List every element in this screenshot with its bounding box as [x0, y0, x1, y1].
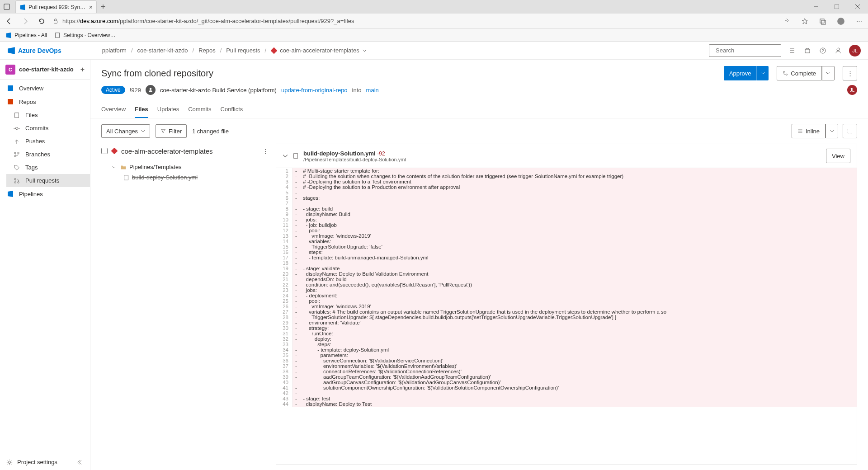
list-icon[interactable] [788, 46, 797, 55]
svg-rect-40 [124, 175, 128, 180]
nav-label: Repos [19, 99, 36, 105]
inline-toggle[interactable]: Inline [792, 124, 838, 138]
code-line: 10- jobs: [276, 217, 857, 222]
maximize-button[interactable] [826, 0, 847, 14]
help-icon[interactable]: ? [818, 46, 827, 55]
all-changes-dropdown[interactable]: All Changes [101, 124, 150, 138]
tab-overview[interactable]: Overview [101, 101, 126, 118]
tab-close-button[interactable]: × [89, 4, 93, 11]
svg-point-32 [8, 461, 10, 463]
project-settings-link[interactable]: Project settings [17, 459, 57, 465]
nav-tags[interactable]: Tags [6, 161, 90, 174]
diff-code[interactable]: 1- # Multi-stage starter template for:2-… [276, 168, 857, 464]
commit-icon [13, 125, 21, 132]
select-all-checkbox[interactable] [101, 148, 108, 154]
svg-point-33 [783, 71, 785, 73]
tree-file-name: build-deploy-Solution.yml [132, 174, 198, 181]
user-avatar[interactable]: JL [849, 45, 861, 56]
svg-point-8 [837, 18, 844, 25]
source-branch-link[interactable]: update-from-original-repo [281, 87, 348, 94]
code-line: 29- environment: 'Validate' [276, 320, 857, 325]
forward-button[interactable] [20, 16, 31, 27]
filter-button[interactable]: Filter [156, 124, 187, 138]
nav-overview[interactable]: Overview [0, 81, 90, 95]
window-titlebar: Pull request 929: Sync from clon… × + [0, 0, 868, 14]
code-line: 25- pool: [276, 298, 857, 304]
project-selector[interactable]: C coe-starter-kit-azdo + [0, 60, 90, 80]
svg-point-31 [18, 181, 19, 183]
svg-rect-2 [835, 5, 839, 9]
crumb-repo-selector[interactable]: coe-alm-accelerator-templates [271, 47, 367, 54]
read-aloud-icon[interactable] [781, 16, 792, 27]
search-input[interactable] [716, 47, 792, 54]
breadcrumb: pplatform/ coe-starter-kit-azdo/ Repos/ … [102, 47, 367, 54]
status-badge: Active [101, 86, 125, 94]
crumb-org[interactable]: pplatform [102, 47, 127, 54]
refresh-button[interactable] [36, 16, 47, 27]
nav-pushes[interactable]: Pushes [6, 135, 90, 148]
browser-tab[interactable]: Pull request 929: Sync from clon… × [15, 0, 97, 13]
user-settings-icon[interactable] [834, 46, 843, 55]
tree-file[interactable]: build-deploy-Solution.yml [101, 172, 269, 183]
code-line: 2- # -Building the solution when changes… [276, 174, 857, 179]
diff-header: build-deploy-Solution.yml -92 /Pipelines… [276, 144, 857, 168]
tree-root-name[interactable]: coe-alm-accelerator-templates [121, 147, 259, 155]
code-line: 33- steps: [276, 342, 857, 347]
fullscreen-button[interactable] [843, 124, 857, 138]
bookmark-pipelines[interactable]: Pipelines - All [5, 32, 47, 38]
bookmark-settings[interactable]: Settings · Overview… [54, 32, 115, 38]
new-tab-button[interactable]: + [97, 2, 109, 12]
ado-icon [7, 47, 15, 55]
reviewer-avatar[interactable]: JL [847, 85, 857, 95]
svg-rect-16 [805, 49, 810, 53]
add-button[interactable]: + [80, 66, 85, 74]
nav-branches[interactable]: Branches [6, 148, 90, 161]
crumb-repos[interactable]: Repos [198, 47, 216, 54]
diff-collapse-toggle[interactable] [283, 153, 288, 159]
collapse-sidebar-button[interactable] [77, 459, 84, 465]
tab-commits[interactable]: Commits [188, 101, 211, 118]
address-bar[interactable]: https://dev.azure.com/pplatform/coe-star… [52, 18, 776, 24]
diff-filename: build-deploy-Solution.yml [303, 150, 376, 157]
approve-dropdown[interactable] [756, 66, 769, 80]
back-button[interactable] [4, 16, 14, 27]
tree-more-button[interactable]: ⋮ [263, 148, 269, 155]
profile-icon[interactable] [835, 16, 846, 27]
code-line: 20- displayName: Deploy to Build Validat… [276, 271, 857, 277]
pr-more-button[interactable]: ⋮ [843, 66, 857, 80]
nav-commits[interactable]: Commits [6, 122, 90, 135]
nav-pipelines[interactable]: Pipelines [0, 187, 90, 201]
svg-rect-0 [4, 4, 9, 9]
view-file-button[interactable]: View [826, 149, 850, 163]
tab-files[interactable]: Files [135, 101, 148, 118]
favorite-icon[interactable] [799, 16, 810, 27]
close-window-button[interactable] [847, 0, 868, 14]
crumb-project[interactable]: coe-starter-kit-azdo [137, 47, 188, 54]
files-toolbar: All Changes Filter 1 changed file Inline [90, 118, 868, 144]
nav-pull-requests[interactable]: Pull requests [6, 174, 90, 187]
tab-conflicts[interactable]: Conflicts [221, 101, 243, 118]
crumb-prs[interactable]: Pull requests [226, 47, 260, 54]
target-branch-link[interactable]: main [366, 87, 379, 94]
tree-folder[interactable]: Pipelines/Templates [101, 162, 269, 172]
ado-header: Azure DevOps pplatform/ coe-starter-kit-… [0, 42, 868, 60]
complete-button[interactable]: Complete [777, 66, 835, 80]
complete-dropdown[interactable] [822, 66, 835, 80]
tab-updates[interactable]: Updates [157, 101, 179, 118]
nav-files[interactable]: Files [6, 108, 90, 122]
marketplace-icon[interactable] [803, 46, 812, 55]
svg-point-26 [14, 152, 16, 154]
menu-button[interactable]: ⋯ [854, 16, 864, 27]
inline-dropdown[interactable] [826, 124, 838, 138]
ado-logo[interactable]: Azure DevOps [7, 47, 61, 55]
tree-folder-name: Pipelines/Templates [129, 164, 182, 170]
approve-button[interactable]: Approve [724, 66, 769, 80]
minimize-button[interactable] [806, 0, 826, 14]
inline-icon [797, 128, 803, 134]
nav-repos[interactable]: Repos [0, 95, 90, 108]
collections-icon[interactable] [817, 16, 828, 27]
complete-icon [783, 70, 788, 76]
search-box[interactable] [709, 44, 781, 57]
tag-icon [13, 164, 21, 171]
code-line: 4- # -Deploying the solution to a Produc… [276, 184, 857, 190]
